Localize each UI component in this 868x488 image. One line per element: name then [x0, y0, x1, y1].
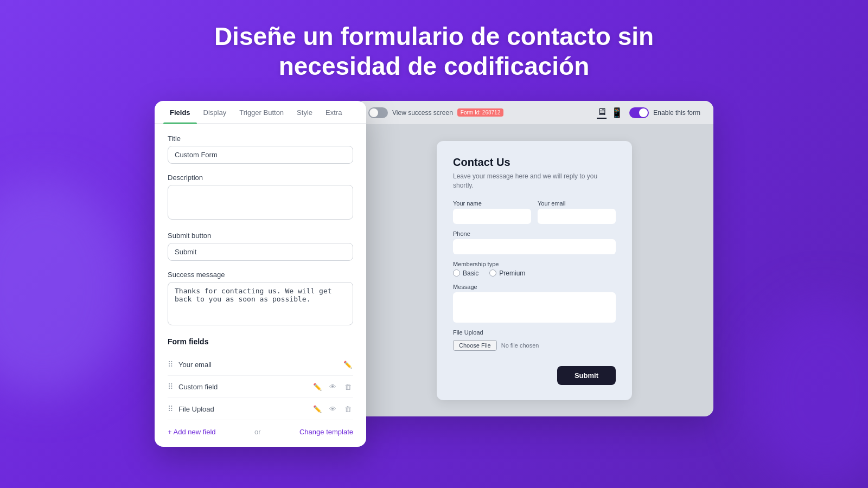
- field-actions-custom: ✏️ 👁 🗑: [312, 381, 353, 392]
- tabs-bar: Fields Display Trigger Button Style Extr…: [155, 101, 366, 124]
- your-email-input[interactable]: [538, 209, 616, 224]
- your-name-group: Your name: [453, 200, 531, 224]
- name-email-row: Your name Your email: [453, 200, 616, 224]
- radio-circle-premium: [489, 269, 496, 277]
- field-actions-email: ✏️: [342, 359, 353, 370]
- phone-group: Phone: [453, 230, 616, 254]
- headline: Diseñe un formulario de contacto sin nec…: [214, 22, 654, 81]
- field-name-fileupload: File Upload: [178, 405, 312, 413]
- file-upload-label: File Upload: [453, 329, 616, 336]
- tab-extra[interactable]: Extra: [319, 101, 348, 123]
- your-name-label: Your name: [453, 200, 531, 207]
- description-label: Description: [168, 174, 353, 182]
- delete-icon-fileupload[interactable]: 🗑: [342, 403, 353, 414]
- toolbar: View success screen Form Id: 268712 🖥 📱 …: [355, 101, 713, 125]
- success-label: Success message: [168, 271, 353, 279]
- title-label: Title: [168, 134, 353, 143]
- success-group: Success message Thanks for contacting us…: [168, 271, 353, 328]
- view-success-toggle[interactable]: [368, 107, 388, 118]
- membership-label: Membership type: [453, 261, 616, 267]
- title-input[interactable]: [168, 146, 353, 164]
- panel-body: Title Description Submit button Success …: [155, 124, 366, 447]
- radio-basic-label: Basic: [463, 269, 478, 277]
- edit-icon-custom[interactable]: ✏️: [312, 381, 323, 392]
- choose-file-button[interactable]: Choose File: [453, 340, 497, 351]
- desktop-icon[interactable]: 🖥: [597, 106, 607, 119]
- add-field-row: + Add new field or Change template: [168, 420, 353, 436]
- enable-form-toggle[interactable]: [629, 107, 649, 118]
- view-success-label: View success screen: [392, 109, 453, 117]
- change-template-button[interactable]: Change template: [299, 428, 353, 436]
- form-fields-title: Form fields: [168, 337, 353, 346]
- submit-input[interactable]: [168, 243, 353, 261]
- description-textarea[interactable]: [168, 185, 353, 220]
- tab-trigger[interactable]: Trigger Button: [233, 101, 290, 123]
- right-panel-content: Contact Us Leave your message here and w…: [355, 125, 713, 416]
- delete-icon-custom[interactable]: 🗑: [342, 381, 353, 392]
- message-label: Message: [453, 284, 616, 290]
- field-name-custom: Custom field: [178, 383, 312, 391]
- visibility-icon-custom[interactable]: 👁: [327, 381, 338, 392]
- field-row-custom: ⠿ Custom field ✏️ 👁 🗑: [168, 376, 353, 398]
- radio-basic[interactable]: Basic: [453, 269, 478, 277]
- radio-circle-basic: [453, 269, 460, 277]
- tab-style[interactable]: Style: [290, 101, 319, 123]
- your-email-label: Your email: [538, 200, 616, 207]
- tab-display[interactable]: Display: [197, 101, 233, 123]
- drag-handle-email[interactable]: ⠿: [168, 360, 173, 369]
- field-name-email: Your email: [178, 361, 342, 369]
- title-group: Title: [168, 134, 353, 164]
- field-row-email: ⠿ Your email ✏️: [168, 354, 353, 376]
- headline-line2: necesidad de codificación: [279, 52, 590, 80]
- drag-handle-custom[interactable]: ⠿: [168, 382, 173, 391]
- device-icons: 🖥 📱: [597, 106, 623, 119]
- phone-label: Phone: [453, 230, 616, 237]
- form-fields-list: ⠿ Your email ✏️ ⠿ Custom field ✏️ 👁: [168, 354, 353, 420]
- phone-input[interactable]: [453, 239, 616, 254]
- submit-group: Submit button: [168, 232, 353, 261]
- visibility-icon-fileupload[interactable]: 👁: [327, 403, 338, 414]
- message-group: Message: [453, 284, 616, 323]
- radio-premium[interactable]: Premium: [489, 269, 525, 277]
- field-row-fileupload: ⠿ File Upload ✏️ 👁 🗑: [168, 398, 353, 420]
- add-new-field-button[interactable]: + Add new field: [168, 428, 216, 436]
- file-upload-group: File Upload Choose File No file chosen: [453, 329, 616, 351]
- or-text: or: [254, 428, 261, 436]
- membership-radio-group: Basic Premium: [453, 269, 616, 277]
- your-email-group: Your email: [538, 200, 616, 224]
- left-panel: Fields Display Trigger Button Style Extr…: [155, 101, 366, 447]
- message-textarea[interactable]: [453, 292, 616, 323]
- mobile-icon[interactable]: 📱: [611, 107, 623, 119]
- description-group: Description: [168, 174, 353, 222]
- headline-line1: Diseñe un formulario de contacto sin: [214, 22, 654, 50]
- no-file-text: No file chosen: [501, 342, 539, 349]
- contact-form-desc: Leave your message here and we will repl…: [453, 172, 616, 190]
- your-name-input[interactable]: [453, 209, 531, 224]
- radio-premium-label: Premium: [499, 269, 525, 277]
- enable-label: Enable this form: [653, 109, 700, 117]
- contact-form-submit-button[interactable]: Submit: [557, 366, 616, 385]
- field-actions-fileupload: ✏️ 👁 🗑: [312, 403, 353, 414]
- edit-icon-fileupload[interactable]: ✏️: [312, 403, 323, 414]
- submit-label: Submit button: [168, 232, 353, 240]
- enable-toggle-wrap: Enable this form: [629, 107, 700, 118]
- contact-form-card: Contact Us Leave your message here and w…: [437, 141, 632, 400]
- right-panel: View success screen Form Id: 268712 🖥 📱 …: [355, 101, 713, 416]
- view-success-toggle-wrap: View success screen Form Id: 268712: [368, 107, 503, 118]
- drag-handle-fileupload[interactable]: ⠿: [168, 404, 173, 413]
- success-textarea[interactable]: Thanks for contacting us. We will get ba…: [168, 282, 353, 325]
- file-upload-row: Choose File No file chosen: [453, 340, 616, 351]
- ui-container: Fields Display Trigger Button Style Extr…: [155, 101, 713, 447]
- contact-form-title: Contact Us: [453, 156, 616, 169]
- membership-group: Membership type Basic Premium: [453, 261, 616, 277]
- edit-icon-email[interactable]: ✏️: [342, 359, 353, 370]
- form-id-badge: Form Id: 268712: [457, 108, 503, 117]
- tab-fields[interactable]: Fields: [163, 101, 197, 123]
